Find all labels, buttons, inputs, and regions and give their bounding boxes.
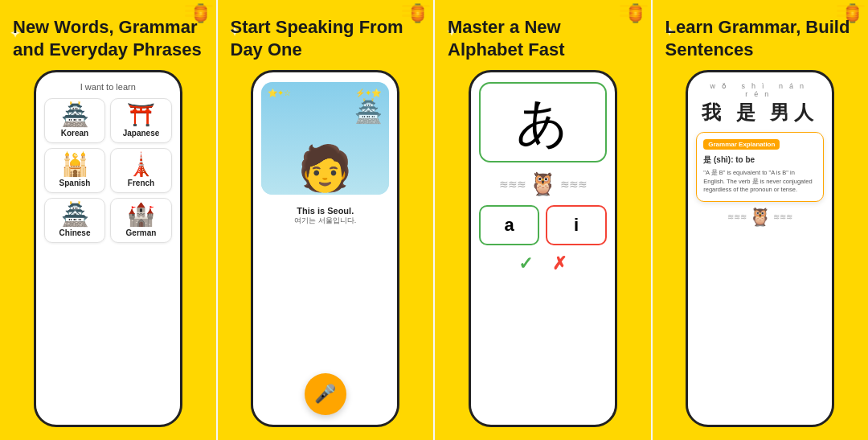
wave-right: ≋≋≋ — [560, 178, 587, 191]
wave-left: ≋≋≋ — [499, 178, 526, 191]
panel-words: ✦ 🏮 New Words, Grammar and Everyday Phra… — [0, 0, 218, 440]
panel-alphabet: ✦ 🏮 Master a New Alphabet Fast あ ≋≋≋ 🦉 ≋… — [435, 0, 653, 440]
owl-icon-sm: 🦉 — [749, 207, 771, 228]
pinyin-text: wǒ shì nán rén — [696, 82, 824, 98]
learn-label: I want to learn — [80, 82, 136, 92]
panel4-phone: wǒ shì nán rén 我 是 男人 Grammar Explanatio… — [686, 70, 834, 427]
answer-i[interactable]: i — [546, 205, 607, 245]
panel3-phone: あ ≋≋≋ 🦉 ≋≋≋ a i ✓ ✗ — [469, 70, 617, 427]
feedback-row: ✓ ✗ — [518, 253, 567, 274]
korean-label: Korean — [61, 129, 88, 138]
french-label: French — [128, 179, 154, 187]
grammar-box: Grammar Explanation 是 (shì): to be "A 是 … — [696, 132, 824, 202]
deco-star: ⭐✦☆ — [268, 88, 291, 97]
lang-card-japanese[interactable]: ⛩️ Japanese — [110, 98, 172, 143]
panel1-phone: I want to learn 🏯 Korean ⛩️ Japanese 🕌 S… — [34, 70, 182, 427]
panel3-title: Master a New Alphabet Fast — [448, 16, 638, 60]
speech-text: This is Seoul. — [269, 206, 381, 216]
answer-a[interactable]: a — [479, 205, 540, 245]
hanzi-text: 我 是 男人 — [696, 100, 824, 125]
lang-card-chinese[interactable]: 🏯 Chinese — [44, 198, 106, 243]
chinese-label: Chinese — [59, 228, 91, 237]
grammar-title: 是 (shì): to be — [703, 154, 817, 166]
answer-choices: a i — [479, 205, 607, 245]
korean-icon: 🏯 — [61, 104, 89, 126]
temple-icon: 🏯 — [354, 98, 383, 125]
panel-grammar: ✦ 🏮 Learn Grammar, Build Sentences wǒ sh… — [653, 0, 869, 440]
mic-icon: 🎤 — [314, 384, 336, 405]
deco-star-right: ⚡✦⭐ — [355, 88, 381, 97]
deco-waves-3 — [620, 5, 648, 17]
person-figure: 🧑 — [297, 142, 353, 195]
owl-audio-row: ≋≋≋ 🦉 ≋≋≋ — [499, 171, 587, 197]
spanish-icon: 🕌 — [61, 154, 89, 176]
panel2-phone: ⭐✦☆ ⚡✦⭐ 🧑 🏯 This is Seoul. 여기는 서울입니다. 🎤 — [251, 70, 399, 427]
mic-button[interactable]: 🎤 — [305, 373, 346, 415]
answer-a-text: a — [504, 215, 514, 236]
speech-bubble: This is Seoul. 여기는 서울입니다. — [261, 201, 389, 231]
lang-card-spanish[interactable]: 🕌 Spanish — [44, 148, 106, 193]
spanish-label: Spanish — [59, 179, 91, 187]
panel2-title: Start Speaking From Day One — [231, 16, 421, 60]
french-icon: 🗼 — [127, 154, 155, 176]
lang-card-french[interactable]: 🗼 French — [110, 148, 172, 193]
panel-speaking: ✦ 🏮 Start Speaking From Day One ⭐✦☆ ⚡✦⭐ … — [218, 0, 436, 440]
lang-card-german[interactable]: 🏰 German — [110, 198, 172, 243]
answer-i-text: i — [574, 215, 579, 236]
deco-waves-1 — [185, 5, 213, 17]
panel4-title: Learn Grammar, Build Sentences — [665, 16, 856, 60]
panel1-title: New Words, Grammar and Everyday Phrases — [13, 16, 203, 60]
japanese-icon: ⛩️ — [127, 104, 155, 126]
japanese-label: Japanese — [123, 129, 160, 138]
alphabet-display: あ — [479, 82, 607, 162]
german-label: German — [126, 228, 157, 237]
speech-sub: 여기는 서울입니다. — [269, 216, 381, 226]
lang-card-korean[interactable]: 🏯 Korean — [44, 98, 106, 143]
mic-area: 🎤 — [305, 234, 346, 415]
check-icon: ✓ — [518, 253, 533, 274]
chinese-phrase-area: wǒ shì nán rén 我 是 男人 — [696, 82, 824, 125]
grammar-header: Grammar Explanation — [703, 139, 780, 150]
hiragana-char: あ — [516, 88, 569, 158]
grammar-desc: "A 是 B" is equivalent to "A is B" in Eng… — [703, 169, 817, 195]
chinese-icon: 🏯 — [61, 204, 89, 226]
german-icon: 🏰 — [127, 204, 155, 226]
cross-icon: ✗ — [552, 253, 567, 274]
deco-waves-4 — [837, 5, 865, 17]
deco-waves-2 — [402, 5, 430, 17]
language-grid: 🏯 Korean ⛩️ Japanese 🕌 Spanish 🗼 French … — [44, 98, 172, 243]
owl-icon: 🦉 — [529, 171, 557, 197]
speech-scene: ⭐✦☆ ⚡✦⭐ 🧑 🏯 — [261, 82, 389, 195]
owl-audio-bottom: ≋≋≋ 🦉 ≋≋≋ — [727, 207, 792, 228]
wave-left-sm: ≋≋≋ — [727, 212, 747, 221]
wave-right-sm: ≋≋≋ — [773, 212, 792, 221]
